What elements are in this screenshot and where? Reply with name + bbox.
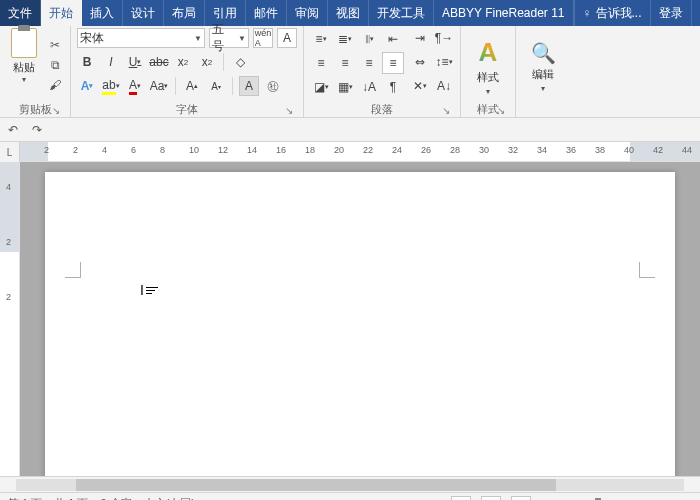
- styles-label: 样式: [477, 70, 499, 85]
- strikethrough-button[interactable]: abc: [149, 52, 169, 72]
- borders-button[interactable]: ▦▾: [334, 76, 356, 98]
- tab-review[interactable]: 审阅: [287, 0, 328, 26]
- bold-button[interactable]: B: [77, 52, 97, 72]
- cut-button[interactable]: ✂: [46, 37, 64, 53]
- vruler-tick: 4: [6, 182, 11, 192]
- font-size-combo[interactable]: 五号▼: [209, 28, 249, 48]
- show-marks-button[interactable]: ¶: [382, 76, 404, 98]
- highlight-button[interactable]: ab▾: [101, 76, 121, 96]
- tell-me-search[interactable]: ♀告诉我...: [574, 0, 650, 26]
- chevron-down-icon: ▾: [486, 87, 490, 96]
- grow-font-button[interactable]: A▴: [182, 76, 202, 96]
- horizontal-scrollbar[interactable]: [0, 476, 700, 492]
- undo-button[interactable]: ↶: [8, 123, 18, 137]
- tab-developer[interactable]: 开发工具: [369, 0, 434, 26]
- group-font: 宋体▼ 五号▼ wénA A B I U▾ abc x2 x2 ◇ A▾: [71, 26, 304, 117]
- change-case-button[interactable]: Aa▾: [149, 76, 169, 96]
- ruler-tick: 34: [537, 145, 547, 155]
- clipboard-launcher[interactable]: ↘: [50, 104, 62, 116]
- tab-home[interactable]: 开始: [41, 0, 82, 26]
- page-scroll-area[interactable]: I: [20, 162, 700, 476]
- character-border-button[interactable]: A: [277, 28, 297, 48]
- tab-view[interactable]: 视图: [328, 0, 369, 26]
- scroll-track[interactable]: [16, 479, 684, 491]
- status-word-count[interactable]: 0 个字: [100, 496, 131, 500]
- tab-mailings[interactable]: 邮件: [246, 0, 287, 26]
- tab-file[interactable]: 文件: [0, 0, 41, 26]
- separator: [175, 77, 176, 95]
- char-border-icon: A: [283, 31, 291, 45]
- text-effects-button[interactable]: A▾: [77, 76, 97, 96]
- styles-icon: A: [479, 37, 498, 68]
- char-shading-button[interactable]: A: [239, 76, 259, 96]
- tab-layout[interactable]: 布局: [164, 0, 205, 26]
- subscript-button[interactable]: x2: [173, 52, 193, 72]
- asian-layout-button[interactable]: ✕▾: [410, 76, 430, 96]
- paragraph-launcher[interactable]: ↘: [440, 104, 452, 116]
- align-right-button[interactable]: ≡: [358, 52, 380, 74]
- font-name-combo[interactable]: 宋体▼: [77, 28, 205, 48]
- font-color-button[interactable]: A▾: [125, 76, 145, 96]
- web-layout-button[interactable]: [511, 496, 531, 501]
- ruler-tick: 36: [566, 145, 576, 155]
- phonetic-guide-button[interactable]: wénA: [253, 28, 273, 48]
- ruler-tick: 24: [392, 145, 402, 155]
- search-icon: 🔍: [531, 41, 556, 65]
- workspace: 422 I: [0, 162, 700, 476]
- sort-button[interactable]: ↓A: [358, 76, 380, 98]
- document-page[interactable]: I: [45, 172, 675, 476]
- status-total-pages: 共 1 页: [54, 496, 88, 500]
- vertical-ruler[interactable]: 422: [0, 162, 20, 476]
- shrink-font-button[interactable]: A▾: [206, 76, 226, 96]
- superscript-button[interactable]: x2: [197, 52, 217, 72]
- italic-button[interactable]: I: [101, 52, 121, 72]
- ruler-tick: 6: [131, 145, 136, 155]
- distribute-button[interactable]: ⇔: [410, 52, 430, 72]
- multilevel-list-button[interactable]: ⫴▾: [358, 28, 380, 50]
- ltr-button[interactable]: ¶→: [434, 28, 454, 48]
- separator: [232, 77, 233, 95]
- horizontal-ruler[interactable]: 2246810121416182022242628303234363840424…: [20, 142, 700, 161]
- share-button[interactable]: ⇪共享: [691, 0, 700, 26]
- align-left-button[interactable]: ≡: [310, 52, 332, 74]
- paste-button[interactable]: 粘贴 ▾: [6, 28, 42, 84]
- shading-button[interactable]: ◪▾: [310, 76, 332, 98]
- quick-access-toolbar: ↶ ↷: [0, 118, 700, 142]
- scroll-thumb[interactable]: [76, 479, 556, 491]
- font-launcher[interactable]: ↘: [283, 104, 295, 116]
- copy-button[interactable]: ⧉: [46, 57, 64, 73]
- tab-insert[interactable]: 插入: [82, 0, 123, 26]
- bullets-button[interactable]: ≡▾: [310, 28, 332, 50]
- margin-corner-tl: [65, 262, 81, 278]
- styles-button[interactable]: A 样式 ▾: [467, 28, 509, 101]
- redo-button[interactable]: ↷: [32, 123, 42, 137]
- align-justify-button[interactable]: ≡: [382, 52, 404, 74]
- format-painter-button[interactable]: 🖌: [46, 77, 64, 93]
- decrease-indent-button[interactable]: ⇤: [382, 28, 404, 50]
- underline-button[interactable]: U▾: [125, 52, 145, 72]
- align-center-button[interactable]: ≡: [334, 52, 356, 74]
- login-button[interactable]: 登录: [650, 0, 691, 26]
- clear-formatting-button[interactable]: ◇: [230, 52, 250, 72]
- tab-selector[interactable]: L: [0, 142, 20, 162]
- vruler-tick: 2: [6, 292, 11, 302]
- status-page[interactable]: 第 1 页: [8, 496, 42, 500]
- tab-design[interactable]: 设计: [123, 0, 164, 26]
- status-language[interactable]: 中文(中国): [144, 496, 195, 500]
- eraser-icon: ◇: [236, 55, 245, 69]
- numbering-button[interactable]: ≣▾: [334, 28, 356, 50]
- read-mode-button[interactable]: [451, 496, 471, 501]
- print-layout-button[interactable]: [481, 496, 501, 501]
- ibeam-icon: I: [140, 282, 144, 298]
- line-spacing-button[interactable]: ↕≡▾: [434, 52, 454, 72]
- editing-label: 编辑: [532, 67, 554, 82]
- ruler-tick: 10: [189, 145, 199, 155]
- enclose-char-button[interactable]: ㊓: [263, 76, 283, 96]
- increase-indent-button[interactable]: ⇥: [410, 28, 430, 48]
- tab-abbyy[interactable]: ABBYY FineReader 11: [434, 0, 574, 26]
- ruler-tick: 2: [73, 145, 78, 155]
- styles-launcher[interactable]: ↘: [495, 104, 507, 116]
- find-button[interactable]: 🔍 编辑 ▾: [522, 28, 564, 101]
- sort-az-button[interactable]: A↓: [434, 76, 454, 96]
- group-paragraph: ≡▾ ≣▾ ⫴▾ ⇤ ≡ ≡ ≡ ≡ ◪▾ ▦▾ ↓A ¶ ⇥ ¶→ ⇔: [304, 26, 461, 117]
